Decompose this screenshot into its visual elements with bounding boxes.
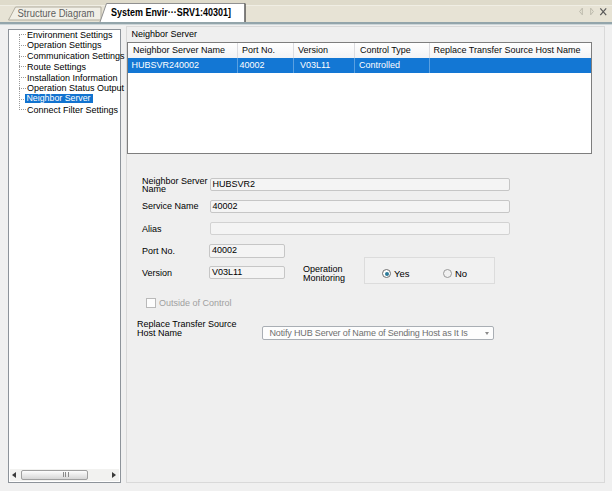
svg-text:System Envir···SRV1:40301]: System Envir···SRV1:40301] xyxy=(111,6,231,18)
svg-text:Structure Diagram: Structure Diagram xyxy=(18,8,95,19)
